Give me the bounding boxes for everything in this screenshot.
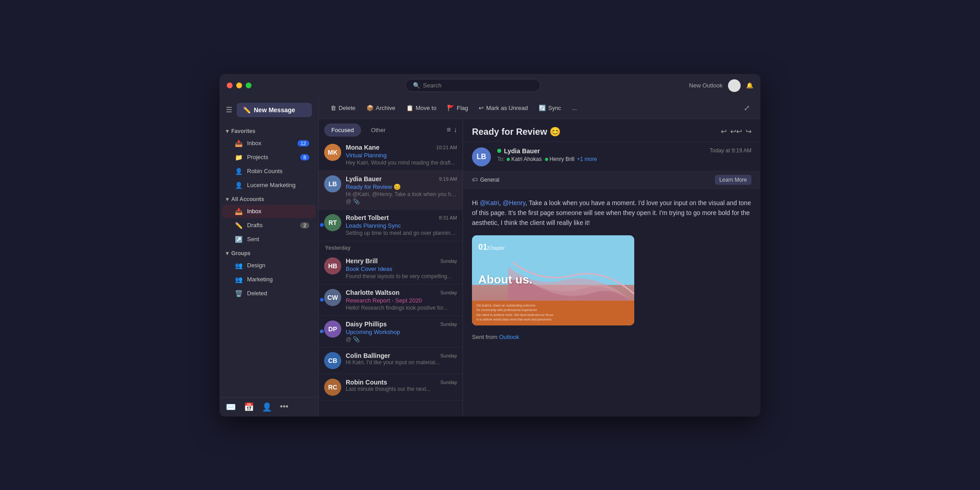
email-item-header: Mona Kane 10:21 AM [346, 144, 457, 151]
email-time: Sunday [440, 290, 457, 295]
flag-icon: 🚩 [447, 105, 454, 111]
email-item-daisy[interactable]: ▾ DP Daisy Phillips Sunday Upcoming Work… [319, 316, 463, 348]
toolbar: 🗑 Delete 📦 Archive 📋 Move to 🚩 Flag ↩ [319, 97, 760, 119]
email-to-line: To: Katri Ahokas Henry Brill +1 more [497, 156, 703, 163]
search-box[interactable]: 🔍 Search [405, 79, 540, 92]
reply-icon[interactable]: ↩ [721, 127, 727, 136]
email-item-header: Charlotte Waltson Sunday [346, 289, 457, 296]
forward-icon[interactable]: ↪ [746, 127, 751, 136]
sender-name: Lydia Bauer [497, 147, 703, 155]
email-item-header: Robert Tolbert 8:31 AM [346, 214, 457, 221]
chevron-down-icon: ▾ [226, 128, 229, 134]
right-panel: 🗑 Delete 📦 Archive 📋 Move to 🚩 Flag ↩ [319, 97, 760, 417]
avatar-robert: RT [324, 214, 341, 231]
sidebar-item-sent[interactable]: ↗️ Sent [222, 233, 316, 246]
all-accounts-header[interactable]: ▾ All Accounts [220, 192, 318, 204]
email-sender: Daisy Phillips [346, 321, 387, 328]
sidebar-item-marketing[interactable]: 👥 Marketing [222, 273, 316, 286]
sidebar-item-inbox-fav[interactable]: 📥 Inbox 12 [222, 137, 316, 150]
mail-bottom-icon[interactable]: ✉️ [226, 402, 236, 412]
menu-icon[interactable]: ☰ [226, 105, 232, 114]
favorites-header[interactable]: ▾ Favorites [220, 124, 318, 136]
email-item-robert[interactable]: RT Robert Tolbert 8:31 AM Leads Planning… [319, 210, 463, 241]
expand-button[interactable]: ⤢ [740, 101, 753, 115]
contacts-bottom-icon[interactable]: 👤 [262, 402, 272, 412]
outlook-link[interactable]: Outlook [499, 334, 519, 340]
reply-all-icon[interactable]: ↩↩ [730, 127, 742, 136]
sidebar-item-design[interactable]: 👥 Design [222, 259, 316, 272]
email-item-header: Colin Ballinger Sunday [346, 352, 457, 359]
calendar-bottom-icon[interactable]: 📅 [244, 402, 254, 412]
learn-more-label: Learn More [719, 177, 747, 183]
more-button[interactable]: ... [568, 102, 582, 114]
email-tag-bar: 🏷 General Learn More [463, 171, 760, 189]
groups-header[interactable]: ▾ Groups [220, 247, 318, 258]
minimize-button[interactable] [236, 82, 242, 88]
avatar-mona: MK [324, 144, 341, 161]
sidebar-item-label: Design [247, 262, 265, 269]
sidebar-item-robin[interactable]: 👤 Robin Counts [222, 165, 316, 178]
sidebar-item-drafts[interactable]: ✏️ Drafts 2 [222, 219, 316, 232]
email-time: Sunday [440, 380, 457, 385]
window-controls [227, 82, 252, 88]
chapter-label: 01/Chapter [478, 241, 504, 254]
sort-icon[interactable]: ↓ [453, 126, 457, 134]
email-preview: Hey Katri, Would you mind reading the dr… [346, 160, 457, 166]
tab-focused[interactable]: Focused [324, 124, 361, 137]
flag-button[interactable]: 🚩 Flag [443, 102, 472, 114]
sidebar-nav: ▾ Favorites 📥 Inbox 12 📁 Projects 8 👤 Ro… [220, 123, 318, 397]
mark-unread-button[interactable]: ↩ Mark as Unread [474, 102, 532, 114]
yesterday-label: Yesterday [325, 245, 351, 251]
more-recipients[interactable]: +1 more [577, 156, 597, 162]
email-item-lydia[interactable]: LB Lydia Bauer 9:19 AM Ready for Review … [319, 171, 463, 210]
user-avatar[interactable] [728, 79, 741, 92]
date-divider-yesterday: Yesterday [319, 241, 463, 253]
sidebar-item-inbox-all[interactable]: 📥 Inbox [222, 205, 316, 218]
delete-button[interactable]: 🗑 Delete [326, 102, 360, 114]
email-item-robin[interactable]: RC Robin Counts Sunday Last minute thoug… [319, 374, 463, 401]
email-item-body: Colin Ballinger Sunday Hi Katri, I'd lik… [346, 352, 457, 369]
groups-label: Groups [231, 250, 251, 256]
email-sender: Robin Counts [346, 379, 387, 386]
email-item-header: Henry Brill Sunday [346, 257, 457, 265]
sync-label: Sync [548, 105, 561, 111]
folder-icon: 📁 [235, 154, 243, 161]
archive-button[interactable]: 📦 Archive [362, 102, 400, 114]
sidebar-item-lucerne[interactable]: 👤 Lucerne Marketing [222, 179, 316, 192]
learn-more-button[interactable]: Learn More [715, 175, 751, 185]
email-item-header: Lydia Bauer 9:19 AM [346, 175, 457, 183]
new-message-button[interactable]: ✏️ New Message [237, 103, 312, 117]
unread-dot [320, 298, 324, 302]
sidebar-item-projects[interactable]: 📁 Projects 8 [222, 151, 316, 164]
maximize-button[interactable] [246, 82, 252, 88]
email-sender: Henry Brill [346, 257, 378, 265]
email-item-henry[interactable]: HB Henry Brill Sunday Book Cover Ideas F… [319, 253, 463, 284]
more-bottom-icon[interactable]: ••• [280, 402, 289, 412]
archive-icon: 📦 [366, 105, 374, 111]
email-pane-actions: ↩ ↩↩ ↪ [721, 127, 751, 136]
person-icon: 👤 [235, 168, 243, 175]
chevron-down-icon: ▾ [226, 250, 229, 256]
about-us-text: About us. [478, 270, 532, 289]
close-button[interactable] [227, 82, 233, 88]
email-preview: Setting up time to meet and go over plan… [346, 230, 457, 236]
email-item-body: Robin Counts Sunday Last minute thoughts… [346, 379, 457, 396]
avatar-charlotte: CW [324, 289, 341, 306]
mark-unread-label: Mark as Unread [486, 105, 527, 111]
sync-icon: 🔄 [539, 105, 546, 111]
email-item-colin[interactable]: CB Colin Ballinger Sunday Hi Katri, I'd … [319, 348, 463, 374]
title-bar-right: New Outlook 🔔 [689, 79, 753, 92]
notification-icon[interactable]: 🔔 [746, 82, 753, 89]
email-item-charlotte[interactable]: CW Charlotte Waltson Sunday Research Rep… [319, 284, 463, 316]
email-sender: Colin Ballinger [346, 352, 390, 359]
email-item-body: Mona Kane 10:21 AM Virtual Planning Hey … [346, 144, 457, 166]
move-to-button[interactable]: 📋 Move to [402, 102, 441, 114]
sidebar-item-deleted[interactable]: 🗑️ Deleted [222, 287, 316, 300]
email-item-mona[interactable]: MK Mona Kane 10:21 AM Virtual Planning H… [319, 139, 463, 171]
more-label: ... [572, 105, 577, 111]
tab-other[interactable]: Other [364, 124, 393, 137]
sent-icon: ↗️ [235, 236, 243, 243]
email-tag: 🏷 General [472, 176, 499, 183]
filter-icon[interactable]: ≡ [447, 126, 451, 134]
sync-button[interactable]: 🔄 Sync [534, 102, 566, 114]
